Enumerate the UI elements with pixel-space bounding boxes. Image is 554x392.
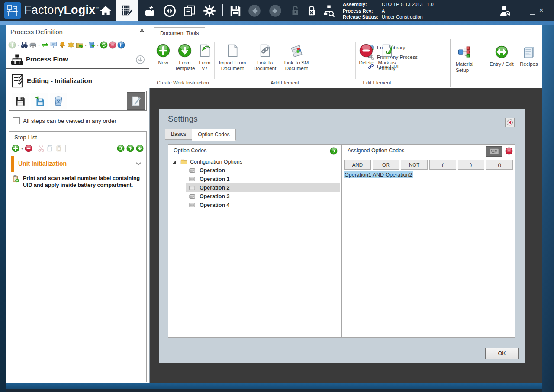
add-step-button[interactable] bbox=[12, 145, 19, 152]
tree-node-operation-3[interactable]: Operation 3 bbox=[186, 192, 341, 201]
add-step-dropdown-icon[interactable]: ▾ bbox=[21, 147, 23, 151]
entry-exit-icon bbox=[495, 45, 508, 58]
archive-button[interactable] bbox=[88, 41, 96, 49]
assembly-label: Assembly: bbox=[343, 1, 382, 8]
tab-basics[interactable]: Basics bbox=[165, 129, 192, 140]
export-dropdown-icon[interactable]: ▾ bbox=[84, 43, 87, 47]
delete-document-button[interactable] bbox=[50, 93, 67, 109]
tree-node-operation[interactable]: Operation bbox=[186, 166, 341, 175]
dialog-title: Settings bbox=[168, 114, 198, 124]
undo-back-button[interactable] bbox=[248, 4, 261, 18]
or-button[interactable]: OR bbox=[373, 160, 399, 170]
lock-cancel-button[interactable] bbox=[305, 4, 319, 18]
dialog-tab-strip: Basics Option Codes bbox=[165, 129, 236, 140]
process-flow-row[interactable]: Process Flow bbox=[6, 51, 149, 68]
remove-process-button[interactable] bbox=[109, 41, 116, 49]
documents-nav-button[interactable] bbox=[183, 4, 196, 18]
logout-user-button[interactable] bbox=[498, 4, 512, 18]
archive-dropdown-icon[interactable]: ▾ bbox=[97, 43, 99, 47]
tree-node-operation-4[interactable]: Operation 4 bbox=[186, 201, 341, 209]
toolbar-divider bbox=[65, 145, 66, 152]
step-expand-chevron-icon[interactable] bbox=[135, 160, 142, 167]
add-process-button[interactable] bbox=[8, 41, 16, 49]
tab-document-tools[interactable]: Document Tools bbox=[154, 27, 205, 39]
any-order-option[interactable]: All steps can be viewed in any order bbox=[13, 117, 116, 124]
refresh-button[interactable] bbox=[100, 41, 108, 49]
delete-element-button[interactable]: Delete bbox=[357, 42, 375, 66]
feeder-setup-nav-button[interactable] bbox=[143, 4, 157, 18]
expression-line[interactable]: Operation1 AND Operation2 bbox=[344, 172, 413, 178]
tree-expander-icon[interactable] bbox=[172, 159, 178, 165]
copy-step-button[interactable] bbox=[46, 145, 54, 152]
material-setup-button[interactable]: Material Setup bbox=[456, 43, 483, 74]
print-dropdown-icon[interactable]: ▾ bbox=[38, 43, 40, 47]
import-document-button[interactable] bbox=[31, 93, 48, 109]
search-steps-button[interactable] bbox=[117, 145, 125, 152]
step-list-toolbar-right bbox=[117, 144, 144, 153]
button-label: Recipes bbox=[520, 61, 538, 67]
mark-as-primary-button[interactable]: Mark as Primary bbox=[376, 42, 398, 71]
tree-node-configuration-options[interactable]: Configuration Options bbox=[168, 157, 341, 166]
new-button[interactable]: New bbox=[154, 42, 173, 66]
cut-step-button[interactable] bbox=[37, 145, 45, 152]
any-order-checkbox[interactable] bbox=[13, 117, 20, 124]
presentation-button[interactable] bbox=[50, 41, 58, 49]
import-from-document-button[interactable]: Import From Document bbox=[216, 42, 249, 71]
assign-option-button[interactable] bbox=[330, 147, 338, 155]
options-gear-button[interactable] bbox=[67, 41, 75, 49]
edit-work-instruction-toggle[interactable] bbox=[127, 92, 145, 110]
close-button[interactable]: × bbox=[539, 7, 543, 13]
step-item-unit-initialization[interactable]: Unit Initialization bbox=[11, 156, 122, 172]
save-document-button[interactable] bbox=[12, 93, 29, 109]
minimize-button[interactable]: – bbox=[518, 8, 521, 14]
close-paren-button[interactable]: ) bbox=[458, 160, 485, 170]
recipes-button[interactable]: Recipes bbox=[518, 43, 540, 67]
save-button[interactable] bbox=[229, 4, 242, 18]
process-definition-nav-button[interactable] bbox=[116, 0, 138, 21]
from-v7-button[interactable]: From V7 bbox=[196, 42, 213, 71]
pin-icon[interactable] bbox=[139, 29, 145, 35]
entry-exit-button[interactable]: Entry / Exit bbox=[487, 43, 516, 67]
unlock-icon[interactable] bbox=[288, 4, 302, 18]
add-process-dropdown-icon[interactable]: ▾ bbox=[17, 43, 19, 47]
print-button[interactable] bbox=[29, 41, 37, 49]
tree-node-operation-1[interactable]: Operation 1 bbox=[186, 175, 341, 183]
step-list-title: Step List bbox=[14, 134, 37, 141]
step-description-row[interactable]: Print and scan serial number label conta… bbox=[12, 175, 142, 189]
move-step-up-button[interactable] bbox=[126, 145, 134, 152]
tree-node-operation-2-selected[interactable]: Operation 2 bbox=[186, 183, 340, 192]
button-label: Link To SM Document bbox=[281, 60, 312, 71]
open-paren-button[interactable]: ( bbox=[429, 160, 456, 170]
pause-button[interactable] bbox=[117, 41, 125, 49]
settings-gear-nav-button[interactable] bbox=[203, 4, 216, 18]
manual-entry-toggle[interactable] bbox=[486, 146, 502, 157]
link-to-sm-document-button[interactable]: Link To SM Document bbox=[281, 42, 312, 71]
and-button[interactable]: AND bbox=[344, 160, 371, 170]
process-audit-button[interactable] bbox=[322, 4, 336, 18]
not-button[interactable]: NOT bbox=[401, 160, 428, 170]
search-binoculars-button[interactable] bbox=[20, 41, 28, 49]
maximize-button[interactable] bbox=[530, 10, 535, 15]
ok-button[interactable]: OK bbox=[485, 348, 519, 359]
expression-text[interactable]: Operation1 AND Operation2 bbox=[344, 171, 413, 178]
from-template-button[interactable]: From Template bbox=[173, 42, 197, 71]
assigned-header: Assigned Option Codes bbox=[342, 145, 515, 157]
remove-step-button[interactable] bbox=[25, 145, 32, 152]
close-circle-icon bbox=[506, 119, 513, 126]
bell-button[interactable] bbox=[58, 41, 66, 49]
move-step-down-button[interactable] bbox=[136, 145, 144, 152]
paste-step-button[interactable] bbox=[55, 145, 63, 152]
home-button[interactable] bbox=[99, 4, 113, 18]
dialog-close-button[interactable] bbox=[505, 118, 515, 127]
exchange-button[interactable] bbox=[41, 41, 49, 49]
export-folder-button[interactable] bbox=[76, 41, 84, 49]
collapse-flow-icon[interactable] bbox=[135, 55, 145, 64]
transfer-nav-button[interactable] bbox=[163, 4, 177, 18]
redo-forward-button[interactable] bbox=[268, 4, 282, 18]
remove-assigned-button[interactable] bbox=[505, 147, 513, 155]
tab-option-codes[interactable]: Option Codes bbox=[192, 129, 235, 141]
paren-pair-button[interactable]: () bbox=[486, 160, 513, 170]
ribbon-right-island: Material Setup Entry / Exit Recipes bbox=[450, 39, 544, 87]
tree-node-label: Operation 3 bbox=[200, 193, 229, 199]
link-to-document-button[interactable]: Link To Document bbox=[249, 42, 281, 71]
